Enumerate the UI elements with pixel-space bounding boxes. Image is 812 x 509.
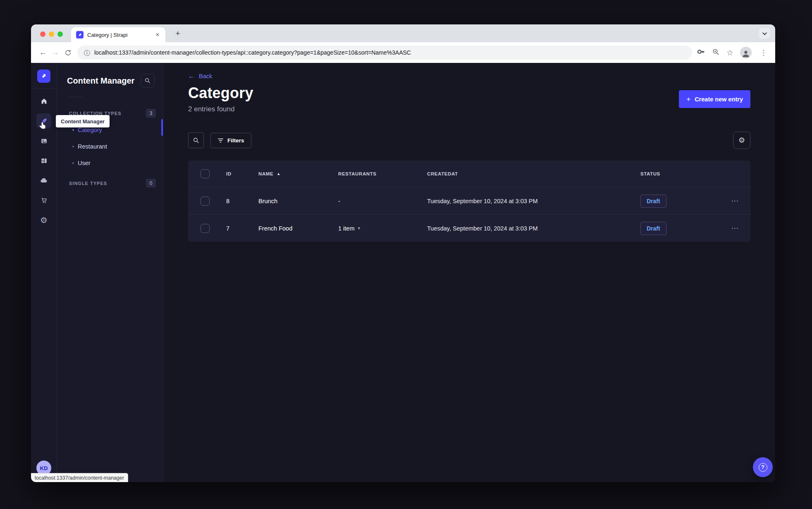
- cell-restaurants: -: [338, 198, 427, 204]
- table-header-row: ID NAME ▲ RESTAURANTS CREATEDAT STATUS: [188, 161, 750, 187]
- filters-button[interactable]: Filters: [210, 133, 251, 148]
- back-button[interactable]: ←: [37, 46, 49, 59]
- tab-search-chevron-icon[interactable]: [759, 28, 770, 39]
- active-item-indicator: [161, 119, 163, 136]
- table-row[interactable]: 7 French Food 1 item ▾ Tuesday, Septembe…: [188, 214, 750, 242]
- new-tab-button[interactable]: +: [172, 28, 183, 39]
- status-badge: Draft: [640, 194, 666, 208]
- filter-icon: [217, 138, 224, 143]
- forward-button[interactable]: →: [49, 46, 62, 59]
- single-types-count-badge: 0: [146, 179, 156, 187]
- nav-media-library-icon[interactable]: [36, 133, 51, 148]
- help-button[interactable]: ?: [753, 457, 773, 477]
- table-search-button[interactable]: [188, 132, 204, 148]
- browser-toolbar: ← → ⓘ localhost:1337/admin/content-manag…: [31, 42, 775, 63]
- nav-home-icon[interactable]: [36, 94, 51, 108]
- back-arrow-icon: ←: [188, 73, 195, 79]
- minimize-window-button[interactable]: [49, 31, 54, 37]
- cell-id: 8: [218, 198, 258, 204]
- column-restaurants[interactable]: RESTAURANTS: [338, 171, 427, 176]
- browser-menu-kebab-icon[interactable]: ⋮: [758, 49, 769, 56]
- tab-title: Category | Strapi: [87, 32, 154, 38]
- link-preview-status-bar: localhost:1337/admin/content-manager: [31, 473, 128, 482]
- mouse-cursor-hand: [38, 122, 46, 132]
- site-info-icon[interactable]: ⓘ: [84, 50, 90, 56]
- bullet-icon: [72, 146, 74, 147]
- content-manager-tooltip: Content Manager: [56, 115, 110, 127]
- chevron-down-icon: ▾: [358, 226, 361, 231]
- create-new-entry-button[interactable]: + Create new entry: [679, 90, 750, 108]
- row-checkbox[interactable]: [201, 197, 210, 206]
- cell-name: French Food: [258, 225, 338, 232]
- toolbar-actions: ☆ ⋮: [697, 47, 769, 58]
- browser-window: Category | Strapi ✕ + ← → ⓘ localhost:13…: [31, 24, 775, 482]
- strapi-logo-icon[interactable]: [37, 70, 50, 83]
- bookmark-star-icon[interactable]: ☆: [726, 49, 733, 57]
- column-status[interactable]: STATUS: [640, 171, 719, 176]
- strapi-favicon-icon: [76, 31, 84, 38]
- url-text: localhost:1337/admin/content-manager/col…: [94, 49, 411, 56]
- collection-types-count-badge: 3: [146, 109, 156, 118]
- panel-search-button[interactable]: [141, 74, 155, 88]
- question-mark-icon: ?: [759, 463, 767, 472]
- cell-name: Brunch: [258, 198, 338, 204]
- sidebar-item-restaurant[interactable]: Restaurant: [57, 138, 163, 155]
- url-bar[interactable]: ⓘ localhost:1337/admin/content-manager/c…: [77, 46, 692, 60]
- window-controls: [40, 31, 63, 37]
- view-settings-gear-button[interactable]: ⚙: [733, 132, 750, 149]
- nav-content-type-builder-icon[interactable]: [36, 153, 51, 168]
- cell-restaurants[interactable]: 1 item ▾: [338, 225, 427, 232]
- bullet-icon: [72, 129, 74, 131]
- status-badge: Draft: [640, 222, 666, 235]
- panel-divider: [69, 97, 83, 97]
- browser-profile-avatar[interactable]: [740, 47, 752, 58]
- row-actions-menu-icon[interactable]: ⋯: [719, 224, 750, 233]
- main-area: ← Back Category 2 entries found + Create…: [163, 63, 775, 482]
- app-content: ⚙ KD Content Manager COLLECTION TYPES 3 …: [31, 63, 775, 482]
- browser-tab[interactable]: Category | Strapi ✕: [71, 27, 165, 42]
- column-createdat[interactable]: CREATEDAT: [427, 171, 640, 176]
- close-window-button[interactable]: [40, 31, 45, 37]
- page-title: Category: [188, 84, 253, 102]
- select-all-checkbox[interactable]: [201, 169, 210, 178]
- nav-deploy-cloud-icon[interactable]: [36, 173, 51, 188]
- zoom-find-icon[interactable]: [712, 48, 720, 58]
- cell-createdat: Tuesday, September 10, 2024 at 3:03 PM: [427, 198, 640, 204]
- single-types-label: SINGLE TYPES: [69, 181, 107, 186]
- nav-marketplace-cart-icon[interactable]: [36, 193, 51, 208]
- sidebar-item-user[interactable]: User: [57, 155, 163, 171]
- row-checkbox[interactable]: [201, 224, 210, 233]
- sort-ascending-icon: ▲: [277, 172, 281, 176]
- cell-id: 7: [218, 225, 258, 232]
- password-manager-icon[interactable]: [697, 48, 705, 58]
- rail-divider: [31, 89, 57, 89]
- back-link[interactable]: ← Back: [188, 73, 750, 79]
- entries-count: 2 entries found: [188, 105, 253, 113]
- tab-strip: Category | Strapi ✕ +: [31, 24, 775, 42]
- reload-button[interactable]: [62, 46, 74, 59]
- bullet-icon: [72, 162, 74, 164]
- panel-title: Content Manager: [67, 76, 134, 86]
- tab-close-icon[interactable]: ✕: [154, 31, 161, 38]
- entries-table: ID NAME ▲ RESTAURANTS CREATEDAT STATUS 8…: [188, 161, 750, 242]
- cell-createdat: Tuesday, September 10, 2024 at 3:03 PM: [427, 225, 640, 232]
- column-id[interactable]: ID: [218, 171, 258, 176]
- maximize-window-button[interactable]: [57, 31, 63, 37]
- row-actions-menu-icon[interactable]: ⋯: [719, 197, 750, 205]
- column-name[interactable]: NAME ▲: [258, 171, 338, 176]
- plus-icon: +: [686, 96, 690, 103]
- nav-settings-gear-icon[interactable]: ⚙: [36, 213, 51, 228]
- table-row[interactable]: 8 Brunch - Tuesday, September 10, 2024 a…: [188, 187, 750, 214]
